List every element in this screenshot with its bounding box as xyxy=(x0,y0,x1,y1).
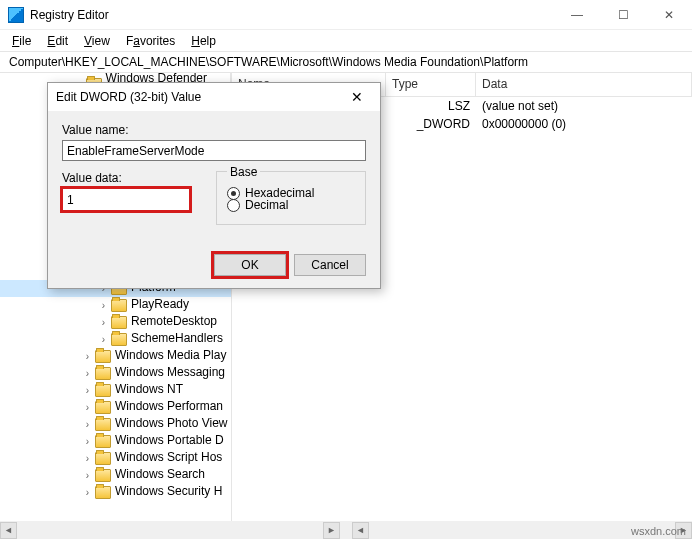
expand-icon[interactable]: › xyxy=(98,334,109,345)
folder-icon xyxy=(95,418,111,431)
tree-item[interactable]: ›Windows Portable D xyxy=(0,433,231,450)
expand-icon[interactable]: › xyxy=(82,385,93,396)
folder-icon xyxy=(95,486,111,499)
menu-file[interactable]: File xyxy=(4,32,39,50)
base-label: Base xyxy=(227,165,260,179)
tree-item-label: PlayReady xyxy=(131,297,189,311)
h-scrollbar[interactable]: ◄ ► ◄ ► xyxy=(0,521,692,539)
radio-hex-icon xyxy=(227,187,240,200)
tree-item-label: Windows Search xyxy=(115,467,205,481)
cell-data: 0x00000000 (0) xyxy=(476,116,692,132)
folder-icon xyxy=(95,469,111,482)
tree-item-label: Windows Portable D xyxy=(115,433,224,447)
folder-icon xyxy=(95,401,111,414)
base-group: Base Hexadecimal Decimal xyxy=(216,171,366,225)
folder-icon xyxy=(95,452,111,465)
tree-item-label: Windows NT xyxy=(115,382,183,396)
close-button[interactable]: ✕ xyxy=(646,0,692,30)
tree-item-label: RemoteDesktop xyxy=(131,314,217,328)
tree-item[interactable]: ›Windows NT xyxy=(0,382,231,399)
cell-type: LSZ xyxy=(386,98,476,114)
expand-icon[interactable]: › xyxy=(82,419,93,430)
edit-dword-dialog: Edit DWORD (32-bit) Value ✕ Value name: … xyxy=(47,82,381,289)
tree-item[interactable]: ›Windows Performan xyxy=(0,399,231,416)
tree-item[interactable]: ›Windows Security H xyxy=(0,484,231,501)
menu-edit[interactable]: Edit xyxy=(39,32,76,50)
value-name-input[interactable] xyxy=(62,140,366,161)
expand-icon[interactable]: › xyxy=(98,300,109,311)
radio-dec-label: Decimal xyxy=(245,198,288,212)
menu-favorites[interactable]: Favorites xyxy=(118,32,183,50)
dialog-title-bar[interactable]: Edit DWORD (32-bit) Value ✕ xyxy=(48,83,380,111)
value-data-label: Value data: xyxy=(62,171,190,185)
col-type[interactable]: Type xyxy=(386,73,476,96)
expand-icon[interactable]: › xyxy=(82,487,93,498)
menu-help[interactable]: Help xyxy=(183,32,224,50)
tree-item[interactable]: ›RemoteDesktop xyxy=(0,314,231,331)
tree-item-label: Windows Media Play xyxy=(115,348,226,362)
address-input[interactable]: Computer\HKEY_LOCAL_MACHINE\SOFTWARE\Mic… xyxy=(6,53,686,71)
tree-item[interactable]: ›Windows Search xyxy=(0,467,231,484)
expand-icon[interactable]: › xyxy=(82,402,93,413)
folder-icon xyxy=(95,367,111,380)
window-title: Registry Editor xyxy=(30,8,554,22)
menu-bar: File Edit View Favorites Help xyxy=(0,30,692,51)
cell-type: _DWORD xyxy=(386,116,476,132)
dialog-body: Value name: Value data: Base Hexadecimal… xyxy=(48,111,380,237)
folder-icon xyxy=(95,384,111,397)
tree-item-label: Windows Messaging xyxy=(115,365,225,379)
tree-item[interactable]: ›Windows Media Play xyxy=(0,348,231,365)
tree-item-label: Windows Security H xyxy=(115,484,222,498)
folder-icon xyxy=(111,316,127,329)
folder-icon xyxy=(95,350,111,363)
dialog-title: Edit DWORD (32-bit) Value xyxy=(56,90,342,104)
tree-item[interactable]: ›SchemeHandlers xyxy=(0,331,231,348)
watermark: wsxdn.com xyxy=(631,525,686,537)
expand-icon[interactable]: › xyxy=(98,317,109,328)
dialog-close-button[interactable]: ✕ xyxy=(342,86,372,108)
scroll-left-button[interactable]: ◄ xyxy=(0,522,17,539)
radio-dec[interactable]: Decimal xyxy=(227,198,355,212)
minimize-button[interactable]: — xyxy=(554,0,600,30)
folder-icon xyxy=(95,435,111,448)
scroll-right-button[interactable]: ► xyxy=(323,522,340,539)
expand-icon[interactable]: › xyxy=(82,470,93,481)
col-data[interactable]: Data xyxy=(476,73,692,96)
radio-dec-icon xyxy=(227,199,240,212)
value-data-input[interactable] xyxy=(62,188,190,211)
folder-icon xyxy=(111,333,127,346)
tree-item[interactable]: ›PlayReady xyxy=(0,297,231,314)
tree-item-label: SchemeHandlers xyxy=(131,331,223,345)
cancel-button[interactable]: Cancel xyxy=(294,254,366,276)
tree-item[interactable]: ›Windows Script Hos xyxy=(0,450,231,467)
scroll-left-button-2[interactable]: ◄ xyxy=(352,522,369,539)
expand-icon[interactable]: › xyxy=(82,351,93,362)
tree-item-label: Windows Performan xyxy=(115,399,223,413)
cell-data: (value not set) xyxy=(476,98,692,114)
title-bar: Registry Editor — ☐ ✕ xyxy=(0,0,692,30)
expand-icon[interactable]: › xyxy=(82,436,93,447)
expand-icon[interactable]: › xyxy=(82,368,93,379)
address-bar: Computer\HKEY_LOCAL_MACHINE\SOFTWARE\Mic… xyxy=(0,51,692,73)
tree-item-label: Windows Script Hos xyxy=(115,450,222,464)
maximize-button[interactable]: ☐ xyxy=(600,0,646,30)
ok-button[interactable]: OK xyxy=(214,254,286,276)
tree-item-label: Windows Photo View xyxy=(115,416,228,430)
tree-item[interactable]: ›Windows Photo View xyxy=(0,416,231,433)
dialog-buttons: OK Cancel xyxy=(214,254,366,276)
app-icon xyxy=(8,7,24,23)
expand-icon[interactable]: › xyxy=(82,453,93,464)
folder-icon xyxy=(111,299,127,312)
scroll-track-right[interactable] xyxy=(369,522,675,539)
scroll-track-left[interactable] xyxy=(17,522,323,539)
value-name-label: Value name: xyxy=(62,123,366,137)
menu-view[interactable]: View xyxy=(76,32,118,50)
tree-item[interactable]: ›Windows Messaging xyxy=(0,365,231,382)
